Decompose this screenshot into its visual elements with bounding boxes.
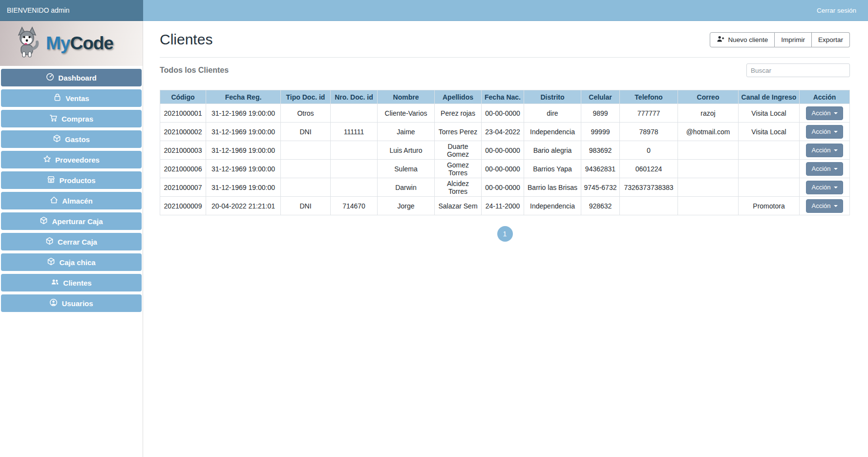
pagination-page-1[interactable]: 1 xyxy=(497,226,513,242)
title-divider xyxy=(160,57,850,58)
cube-icon xyxy=(40,216,48,226)
caret-down-icon xyxy=(834,168,838,170)
cube-icon xyxy=(47,257,55,267)
cell-accion: Acción xyxy=(800,178,850,197)
cell-tipo-doc-id: DNI xyxy=(281,197,331,215)
table-row: 202100000920-04-2022 21:21:01DNI714670Jo… xyxy=(160,197,850,215)
new-client-button[interactable]: Nuevo cliente xyxy=(710,32,775,47)
cell-canal-de-ingreso xyxy=(739,178,800,197)
cell-canal-de-ingreso: Promotora xyxy=(739,197,800,215)
cell-nro-doc-id xyxy=(331,104,378,123)
store-icon xyxy=(47,175,55,185)
person-plus-icon xyxy=(717,35,724,44)
cell-correo xyxy=(678,197,739,215)
column-header-canal-de-ingreso: Canal de Ingreso xyxy=(739,90,800,104)
cell-tipo-doc-id xyxy=(281,178,331,197)
row-action-button[interactable]: Acción xyxy=(806,162,843,176)
row-action-button[interactable]: Acción xyxy=(806,144,843,157)
row-action-button-label: Acción xyxy=(811,202,830,209)
table-row: 202100000331-12-1969 19:00:00Luis Arturo… xyxy=(160,141,850,160)
row-action-button-label: Acción xyxy=(811,165,830,172)
row-action-button[interactable]: Acción xyxy=(806,181,843,194)
cell-accion: Acción xyxy=(800,141,850,160)
cell-fecha-reg: 31-12-1969 19:00:00 xyxy=(206,104,281,123)
sidebar-item-productos[interactable]: Productos xyxy=(1,171,142,189)
column-header-telefono: Telefono xyxy=(620,90,678,104)
caret-down-icon xyxy=(834,112,838,114)
search-input[interactable] xyxy=(746,63,850,77)
caret-down-icon xyxy=(834,187,838,188)
column-header-tipo-doc-id: Tipo Doc. id xyxy=(281,90,331,104)
cell-nombre: Jaime xyxy=(378,123,435,141)
sidebar-item-caja-chica[interactable]: Caja chica xyxy=(1,253,142,271)
house-icon xyxy=(50,196,58,206)
column-header-celular: Celular xyxy=(581,90,620,104)
cell-fecha-nac: 00-00-0000 xyxy=(482,178,524,197)
brand-wordmark: MyCode xyxy=(46,33,113,54)
cell-fecha-nac: 00-00-0000 xyxy=(482,104,524,123)
column-header-fecha-reg: Fecha Reg. xyxy=(206,90,281,104)
column-header-apellidos: Apellidos xyxy=(435,90,482,104)
caret-down-icon xyxy=(834,131,838,133)
cell-accion: Acción xyxy=(800,123,850,141)
cell-fecha-reg: 20-04-2022 21:21:01 xyxy=(206,197,281,215)
row-action-button[interactable]: Acción xyxy=(806,125,843,139)
cell-correo: razoj xyxy=(678,104,739,123)
print-button[interactable]: Imprimir xyxy=(775,32,812,47)
column-header-distrito: Distrito xyxy=(524,90,581,104)
sidebar-item-label: Gastos xyxy=(65,135,90,144)
cell-distrito: Independencia xyxy=(524,197,581,215)
cell-nombre: Luis Arturo xyxy=(378,141,435,160)
cell-c-digo: 2021000002 xyxy=(160,123,206,141)
caret-down-icon xyxy=(834,149,838,151)
sidebar-item-aperturar-caja[interactable]: Aperturar Caja xyxy=(1,212,142,230)
cell-c-digo: 2021000006 xyxy=(160,160,206,178)
cube-icon xyxy=(53,134,61,144)
caret-down-icon xyxy=(834,205,838,207)
cell-apellidos: Torres Perez xyxy=(435,123,482,141)
cell-fecha-nac: 00-00-0000 xyxy=(482,141,524,160)
column-header-nro-doc-id: Nro. Doc. id xyxy=(331,90,378,104)
table-subtitle: Todos los Clientes xyxy=(160,66,229,75)
welcome-banner: BIENVENIDO admin xyxy=(0,0,143,21)
cell-fecha-nac: 24-11-2000 xyxy=(482,197,524,215)
cell-apellidos: Gomez Torres xyxy=(435,160,482,178)
row-action-button[interactable]: Acción xyxy=(806,199,843,213)
cell-distrito: dire xyxy=(524,104,581,123)
star-icon xyxy=(43,155,51,165)
cell-correo xyxy=(678,160,739,178)
sidebar-item-gastos[interactable]: Gastos xyxy=(1,130,142,148)
cell-nombre: Darwin xyxy=(378,178,435,197)
cell-canal-de-ingreso: Visita Local xyxy=(739,123,800,141)
sidebar-item-label: Proveedores xyxy=(55,156,100,164)
cell-canal-de-ingreso xyxy=(739,160,800,178)
sidebar-item-usuarios[interactable]: Usuarios xyxy=(1,294,142,312)
cell-tipo-doc-id xyxy=(281,160,331,178)
sidebar-item-label: Usuarios xyxy=(62,299,93,308)
logout-link[interactable]: Cerrar sesión xyxy=(817,7,856,14)
sidebar-item-ventas[interactable]: Ventas xyxy=(1,89,142,107)
cell-accion: Acción xyxy=(800,160,850,178)
sidebar: MyCode DashboardVentasComprasGastosProve… xyxy=(0,21,143,457)
welcome-text: BIENVENIDO admin xyxy=(7,6,69,14)
new-client-button-label: Nuevo cliente xyxy=(728,36,768,43)
brand-logo: MyCode xyxy=(0,21,143,66)
person-circle-icon xyxy=(49,298,58,308)
sidebar-item-almac-n[interactable]: Almacén xyxy=(1,192,142,209)
sidebar-item-clientes[interactable]: Clientes xyxy=(1,274,142,291)
export-button[interactable]: Exportar xyxy=(812,32,850,47)
cell-celular: 9745-6732 xyxy=(581,178,620,197)
cell-nro-doc-id xyxy=(331,141,378,160)
cell-apellidos: Alcidez Torres xyxy=(435,178,482,197)
cell-tipo-doc-id: Otros xyxy=(281,104,331,123)
top-bar: BIENVENIDO admin Cerrar sesión xyxy=(0,0,868,21)
husky-dog-mascot-icon xyxy=(13,26,41,61)
cell-fecha-nac: 23-04-2022 xyxy=(482,123,524,141)
sidebar-item-cerrar-caja[interactable]: Cerrar Caja xyxy=(1,233,142,250)
page-title: Clientes xyxy=(160,30,212,49)
sidebar-item-proveedores[interactable]: Proveedores xyxy=(1,151,142,168)
top-bar-right: Cerrar sesión xyxy=(143,0,868,21)
row-action-button[interactable]: Acción xyxy=(806,106,843,120)
sidebar-item-compras[interactable]: Compras xyxy=(1,110,142,127)
sidebar-item-dashboard[interactable]: Dashboard xyxy=(1,69,142,86)
